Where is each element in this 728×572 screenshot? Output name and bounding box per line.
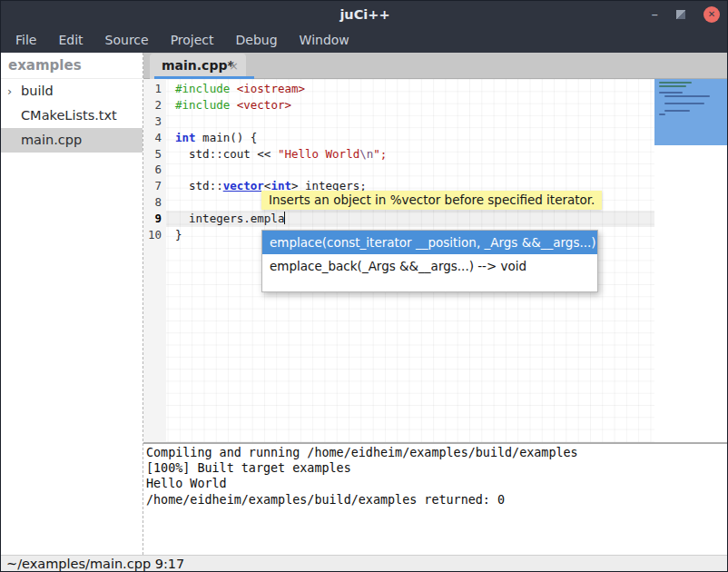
tab-main-cpp[interactable]: main.cpp* × [150, 54, 246, 79]
line-number: 6 [143, 162, 166, 178]
minimap-code-line [659, 82, 692, 84]
minimize-button[interactable]: – [652, 1, 659, 28]
autocomplete-popup: emplace(const_iterator __position, _Args… [261, 230, 598, 292]
window-title: juCi++ [1, 1, 728, 28]
code-token [230, 82, 237, 95]
code-line: #include <vector> [175, 97, 654, 113]
menu-bar: FileEditSourceProjectDebugWindow [1, 28, 728, 53]
code-line [175, 113, 654, 130]
file-tree-item-label: main.cpp [21, 133, 82, 147]
line-number: 3 [143, 113, 166, 130]
app-window: juCi++ – ✕ FileEditSourceProjectDebugWin… [0, 0, 728, 572]
menu-item-edit[interactable]: Edit [47, 28, 93, 53]
tab-close-icon[interactable]: × [229, 54, 239, 78]
code-token: #include [175, 98, 230, 112]
menu-item-debug[interactable]: Debug [225, 28, 289, 53]
code-token: } [175, 228, 182, 242]
terminal-line: Compiling and running /home/eidheim/exam… [146, 445, 728, 460]
line-number: 8 [143, 194, 166, 211]
status-bar: ~/examples/main.cpp 9:17 [1, 555, 728, 572]
line-number: 7 [143, 178, 166, 194]
minimap[interactable] [654, 79, 727, 442]
code-token: <iostream> [237, 82, 305, 95]
code-token: \n [359, 147, 373, 161]
code-line: int main() { [175, 130, 654, 146]
code-token: integers.empla [175, 212, 284, 225]
line-number: 10 [143, 227, 166, 243]
menu-item-file[interactable]: File [5, 28, 47, 53]
project-name-header: examples [1, 53, 143, 79]
menu-item-window[interactable]: Window [289, 28, 360, 53]
restore-icon[interactable] [676, 10, 685, 19]
tab-bar: main.cpp* × [143, 53, 728, 79]
completion-item[interactable]: emplace_back(_Args &&__args...) --> void [262, 254, 597, 278]
line-number: 2 [143, 97, 166, 113]
file-tree-item-main-cpp[interactable]: main.cpp [1, 128, 143, 153]
code-token: "Hello World [278, 147, 359, 161]
minimap-code-line [664, 103, 704, 104]
code-token: #include [175, 82, 230, 95]
doc-tooltip: Inserts an object in %vector before spec… [261, 191, 602, 210]
minimap-viewport-overlay[interactable] [654, 79, 727, 145]
menu-item-source[interactable]: Source [94, 28, 160, 53]
terminal-line: [100%] Built target examples [146, 460, 728, 476]
titlebar[interactable]: juCi++ – ✕ [1, 1, 728, 28]
file-tree: ›buildCMakeLists.txtmain.cpp [1, 79, 143, 153]
terminal-line: /home/eidheim/examples/build/examples re… [146, 492, 728, 508]
code-line: integers.empla [175, 211, 654, 227]
minimap-code-line [664, 110, 690, 112]
line-number: 1 [143, 81, 166, 97]
chevron-right-icon[interactable]: › [7, 79, 12, 104]
terminal-output[interactable]: Compiling and running /home/eidheim/exam… [143, 444, 728, 555]
minimap-code-line [659, 85, 686, 87]
code-token [230, 98, 237, 112]
file-tree-panel: examples ›buildCMakeLists.txtmain.cpp [1, 53, 143, 555]
terminal-line: Hello World [146, 476, 728, 491]
file-tree-item-label: build [21, 84, 54, 98]
minimap-code-line [659, 92, 683, 94]
code-line [175, 162, 654, 178]
file-tree-item-label: CMakeLists.txt [21, 108, 117, 123]
completion-item-selected[interactable]: emplace(const_iterator __position, _Args… [262, 231, 597, 254]
code-token: int [175, 131, 196, 144]
file-tree-item-cmakelists-txt[interactable]: CMakeLists.txt [1, 104, 143, 128]
menu-item-project[interactable]: Project [160, 28, 225, 53]
code-token: <vector> [237, 98, 291, 112]
text-cursor [284, 212, 285, 224]
code-token: std::cout << [175, 147, 278, 161]
file-tree-item-build[interactable]: ›build [1, 79, 143, 104]
close-button[interactable]: ✕ [703, 6, 720, 23]
tab-label: main.cpp* [162, 54, 234, 78]
line-number: 4 [143, 130, 166, 146]
code-line: std::cout << "Hello World\n"; [175, 146, 654, 163]
window-controls: – ✕ [652, 1, 721, 28]
line-number: 5 [143, 146, 166, 163]
code-token: "; [373, 147, 387, 161]
code-text[interactable]: #include <iostream>#include <vector>int … [175, 81, 654, 243]
line-number-gutter: 12345678910 [143, 81, 166, 243]
code-line: #include <iostream> [175, 81, 654, 97]
line-number: 9 [143, 211, 166, 227]
code-token: std:: [175, 179, 223, 192]
minimap-code-line [659, 113, 665, 115]
minimap-code-line [664, 95, 710, 97]
code-token: main() { [196, 131, 258, 144]
code-token: vector [223, 179, 264, 192]
